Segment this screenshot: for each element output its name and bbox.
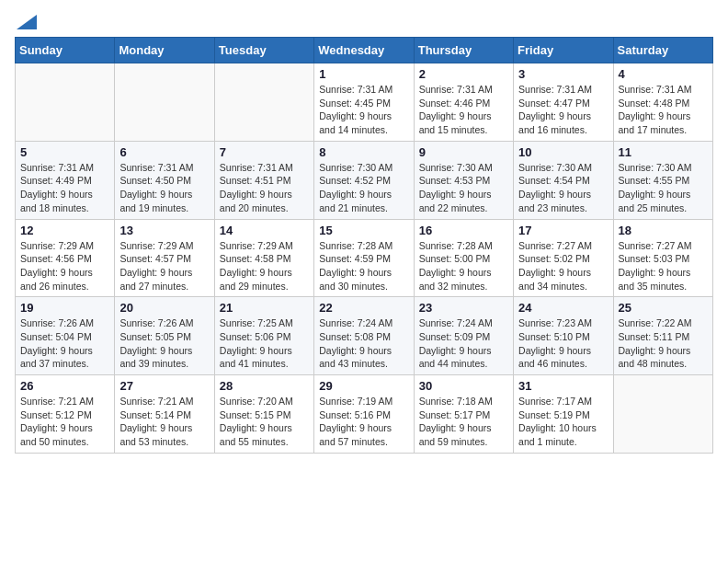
day-header-friday: Friday [514, 38, 613, 63]
calendar-cell: 20Sunrise: 7:26 AM Sunset: 5:05 PM Dayli… [115, 297, 214, 375]
day-number: 14 [220, 224, 309, 237]
page-header [15, 15, 713, 26]
calendar-cell: 24Sunrise: 7:23 AM Sunset: 5:10 PM Dayli… [514, 297, 613, 375]
day-info: Sunrise: 7:30 AM Sunset: 4:54 PM Dayligh… [518, 161, 608, 215]
calendar-cell: 29Sunrise: 7:19 AM Sunset: 5:16 PM Dayli… [314, 375, 414, 454]
day-info: Sunrise: 7:27 AM Sunset: 5:03 PM Dayligh… [619, 239, 708, 293]
day-number: 23 [419, 301, 508, 315]
day-number: 2 [419, 67, 508, 81]
day-info: Sunrise: 7:25 AM Sunset: 5:06 PM Dayligh… [220, 316, 309, 371]
calendar-cell: 14Sunrise: 7:29 AM Sunset: 4:58 PM Dayli… [214, 219, 313, 297]
calendar-cell: 30Sunrise: 7:18 AM Sunset: 5:17 PM Dayli… [414, 375, 513, 454]
calendar-cell: 7Sunrise: 7:31 AM Sunset: 4:51 PM Daylig… [214, 141, 313, 219]
logo [15, 15, 37, 26]
day-number: 9 [419, 145, 508, 159]
calendar-week-row: 26Sunrise: 7:21 AM Sunset: 5:12 PM Dayli… [16, 375, 713, 454]
day-header-tuesday: Tuesday [214, 38, 313, 63]
day-info: Sunrise: 7:18 AM Sunset: 5:17 PM Dayligh… [419, 395, 508, 449]
day-info: Sunrise: 7:31 AM Sunset: 4:51 PM Dayligh… [220, 161, 309, 215]
day-number: 26 [20, 379, 109, 393]
day-header-sunday: Sunday [16, 38, 115, 63]
day-header-wednesday: Wednesday [314, 38, 414, 63]
day-info: Sunrise: 7:31 AM Sunset: 4:48 PM Dayligh… [619, 83, 708, 137]
day-info: Sunrise: 7:29 AM Sunset: 4:56 PM Dayligh… [20, 239, 109, 293]
day-info: Sunrise: 7:30 AM Sunset: 4:55 PM Dayligh… [619, 161, 708, 215]
day-info: Sunrise: 7:21 AM Sunset: 5:12 PM Dayligh… [20, 395, 109, 449]
calendar-cell [214, 63, 313, 142]
calendar-cell: 27Sunrise: 7:21 AM Sunset: 5:14 PM Dayli… [115, 375, 214, 454]
calendar-cell: 6Sunrise: 7:31 AM Sunset: 4:50 PM Daylig… [115, 141, 214, 219]
day-info: Sunrise: 7:19 AM Sunset: 5:16 PM Dayligh… [319, 395, 408, 449]
calendar-header-row: SundayMondayTuesdayWednesdayThursdayFrid… [16, 38, 713, 63]
day-info: Sunrise: 7:31 AM Sunset: 4:45 PM Dayligh… [319, 83, 408, 137]
day-info: Sunrise: 7:29 AM Sunset: 4:58 PM Dayligh… [220, 239, 309, 293]
day-info: Sunrise: 7:30 AM Sunset: 4:53 PM Dayligh… [419, 161, 508, 215]
calendar-cell: 31Sunrise: 7:17 AM Sunset: 5:19 PM Dayli… [514, 375, 613, 454]
calendar-cell: 12Sunrise: 7:29 AM Sunset: 4:56 PM Dayli… [16, 219, 115, 297]
day-number: 13 [119, 224, 209, 237]
calendar-cell: 2Sunrise: 7:31 AM Sunset: 4:46 PM Daylig… [414, 63, 513, 142]
day-number: 22 [319, 301, 408, 315]
day-info: Sunrise: 7:23 AM Sunset: 5:10 PM Dayligh… [518, 316, 608, 371]
calendar-cell [16, 63, 115, 142]
day-number: 15 [319, 224, 408, 237]
calendar-cell: 18Sunrise: 7:27 AM Sunset: 5:03 PM Dayli… [613, 219, 712, 297]
day-number: 8 [319, 145, 408, 159]
calendar-cell: 16Sunrise: 7:28 AM Sunset: 5:00 PM Dayli… [414, 219, 513, 297]
calendar-cell [115, 63, 214, 142]
day-info: Sunrise: 7:17 AM Sunset: 5:19 PM Dayligh… [518, 395, 608, 449]
calendar-cell: 9Sunrise: 7:30 AM Sunset: 4:53 PM Daylig… [414, 141, 513, 219]
day-number: 17 [518, 224, 608, 237]
day-info: Sunrise: 7:27 AM Sunset: 5:02 PM Dayligh… [518, 239, 608, 293]
calendar-cell [613, 375, 712, 454]
logo-icon [17, 15, 37, 29]
calendar-cell: 11Sunrise: 7:30 AM Sunset: 4:55 PM Dayli… [613, 141, 712, 219]
day-number: 3 [518, 67, 608, 81]
day-info: Sunrise: 7:31 AM Sunset: 4:49 PM Dayligh… [20, 161, 109, 215]
calendar-cell: 23Sunrise: 7:24 AM Sunset: 5:09 PM Dayli… [414, 297, 513, 375]
calendar-cell: 17Sunrise: 7:27 AM Sunset: 5:02 PM Dayli… [514, 219, 613, 297]
day-number: 5 [20, 145, 109, 159]
calendar-week-row: 19Sunrise: 7:26 AM Sunset: 5:04 PM Dayli… [16, 297, 713, 375]
day-info: Sunrise: 7:20 AM Sunset: 5:15 PM Dayligh… [220, 395, 309, 449]
calendar-table: SundayMondayTuesdayWednesdayThursdayFrid… [15, 37, 713, 454]
day-number: 7 [220, 145, 309, 159]
calendar-cell: 28Sunrise: 7:20 AM Sunset: 5:15 PM Dayli… [214, 375, 313, 454]
calendar-cell: 5Sunrise: 7:31 AM Sunset: 4:49 PM Daylig… [16, 141, 115, 219]
day-header-saturday: Saturday [613, 38, 712, 63]
day-number: 31 [518, 379, 608, 393]
day-info: Sunrise: 7:29 AM Sunset: 4:57 PM Dayligh… [119, 239, 209, 293]
day-number: 27 [119, 379, 209, 393]
day-number: 29 [319, 379, 408, 393]
day-number: 28 [220, 379, 309, 393]
day-number: 11 [619, 145, 708, 159]
day-header-monday: Monday [115, 38, 214, 63]
calendar-week-row: 5Sunrise: 7:31 AM Sunset: 4:49 PM Daylig… [16, 141, 713, 219]
day-header-thursday: Thursday [414, 38, 513, 63]
day-info: Sunrise: 7:26 AM Sunset: 5:04 PM Dayligh… [20, 316, 109, 371]
day-info: Sunrise: 7:31 AM Sunset: 4:46 PM Dayligh… [419, 83, 508, 137]
day-number: 24 [518, 301, 608, 315]
svg-marker-0 [17, 15, 37, 29]
day-info: Sunrise: 7:21 AM Sunset: 5:14 PM Dayligh… [119, 395, 209, 449]
day-number: 10 [518, 145, 608, 159]
day-info: Sunrise: 7:31 AM Sunset: 4:50 PM Dayligh… [119, 161, 209, 215]
calendar-cell: 1Sunrise: 7:31 AM Sunset: 4:45 PM Daylig… [314, 63, 414, 142]
day-number: 19 [20, 301, 109, 315]
day-info: Sunrise: 7:30 AM Sunset: 4:52 PM Dayligh… [319, 161, 408, 215]
day-info: Sunrise: 7:24 AM Sunset: 5:08 PM Dayligh… [319, 316, 408, 371]
calendar-cell: 26Sunrise: 7:21 AM Sunset: 5:12 PM Dayli… [16, 375, 115, 454]
calendar-cell: 22Sunrise: 7:24 AM Sunset: 5:08 PM Dayli… [314, 297, 414, 375]
calendar-cell: 21Sunrise: 7:25 AM Sunset: 5:06 PM Dayli… [214, 297, 313, 375]
day-number: 25 [619, 301, 708, 315]
calendar-cell: 3Sunrise: 7:31 AM Sunset: 4:47 PM Daylig… [514, 63, 613, 142]
calendar-week-row: 12Sunrise: 7:29 AM Sunset: 4:56 PM Dayli… [16, 219, 713, 297]
day-number: 1 [319, 67, 408, 81]
day-number: 20 [119, 301, 209, 315]
day-number: 12 [20, 224, 109, 237]
day-number: 18 [619, 224, 708, 237]
day-info: Sunrise: 7:22 AM Sunset: 5:11 PM Dayligh… [619, 316, 708, 371]
day-number: 6 [119, 145, 209, 159]
calendar-week-row: 1Sunrise: 7:31 AM Sunset: 4:45 PM Daylig… [16, 63, 713, 142]
calendar-cell: 8Sunrise: 7:30 AM Sunset: 4:52 PM Daylig… [314, 141, 414, 219]
